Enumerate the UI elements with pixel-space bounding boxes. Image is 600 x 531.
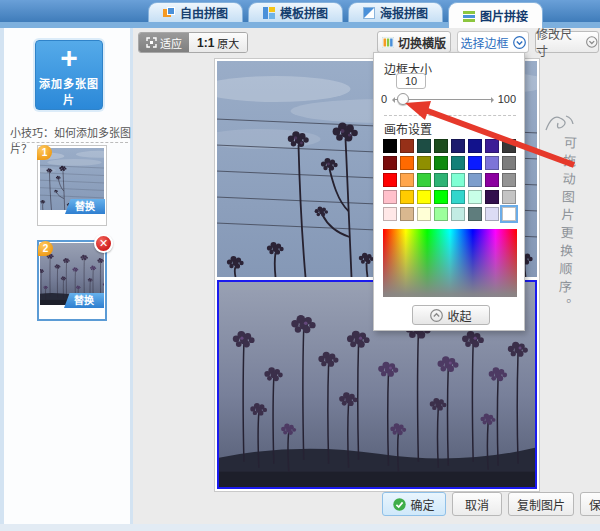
chevron-down-circle-icon (513, 36, 526, 49)
tab-image-stitch[interactable]: 图片拼接 (448, 2, 543, 28)
resize-label: 修改尺寸 (536, 25, 582, 59)
color-swatch[interactable] (468, 207, 482, 221)
color-swatch[interactable] (400, 190, 414, 204)
color-swatch[interactable] (451, 190, 465, 204)
color-swatch[interactable] (434, 156, 448, 170)
color-swatch[interactable] (485, 139, 499, 153)
color-swatch[interactable] (502, 190, 516, 204)
color-swatch[interactable] (485, 173, 499, 187)
color-swatch[interactable] (468, 173, 482, 187)
check-icon (393, 498, 406, 511)
fit-label: 适应 (160, 35, 182, 51)
bottom-strip (0, 524, 600, 531)
tab-free-collage[interactable]: 自由拼图 (148, 2, 243, 22)
color-swatch[interactable] (434, 190, 448, 204)
thumbnail-item-2[interactable]: 2 ✕ 替换 (37, 240, 107, 321)
color-swatch[interactable] (451, 139, 465, 153)
panel-divider (384, 115, 516, 116)
color-swatch[interactable] (417, 207, 431, 221)
color-swatch[interactable] (400, 139, 414, 153)
color-swatch[interactable] (485, 207, 499, 221)
zoom-mode-group: 适应 1:1 原大 (138, 32, 248, 53)
color-swatch[interactable] (383, 173, 397, 187)
copy-image-button[interactable]: 复制图片 (508, 492, 574, 516)
color-swatch[interactable] (434, 173, 448, 187)
switch-layout-label: 切换横版 (398, 34, 446, 51)
collapse-button[interactable]: 收起 (412, 305, 490, 325)
switch-layout-button[interactable]: 切换横版 (377, 31, 451, 53)
order-badge: 1 (37, 145, 52, 160)
color-swatch[interactable] (468, 139, 482, 153)
poster-collage-icon (363, 7, 375, 19)
template-collage-icon (263, 7, 275, 19)
tab-template-collage[interactable]: 模板拼图 (248, 2, 343, 22)
color-swatch[interactable] (485, 156, 499, 170)
plus-icon: + (36, 41, 102, 75)
cancel-button[interactable]: 取消 (452, 492, 502, 516)
border-size-value[interactable]: 10 (396, 73, 426, 89)
color-swatch[interactable] (502, 156, 516, 170)
actual-label: 原大 (217, 35, 239, 51)
color-swatch[interactable] (417, 173, 431, 187)
select-border-label: 选择边框 (460, 34, 508, 51)
tab-label: 自由拼图 (180, 4, 228, 21)
color-swatch[interactable] (451, 156, 465, 170)
handwritten-squiggle (542, 110, 576, 136)
replace-button[interactable]: 替换 (65, 199, 105, 214)
handwritten-note: 可拖动图片更换顺序。 (554, 136, 579, 317)
color-swatch[interactable] (400, 156, 414, 170)
color-swatch[interactable] (417, 190, 431, 204)
color-gradient-picker[interactable] (383, 229, 517, 297)
chevron-up-circle-icon (430, 309, 443, 322)
tab-label: 海报拼图 (380, 4, 428, 21)
image-stitch-icon (463, 10, 475, 22)
app-window: ✿ 拼图 自由拼图 模板拼图 海报拼图 (0, 0, 600, 531)
fit-view-button[interactable]: 适应 (139, 33, 189, 52)
color-swatch[interactable] (451, 207, 465, 221)
border-settings-panel: 边框大小 10 0 100 画布设置 收起 (373, 52, 525, 331)
add-images-button[interactable]: + 添加多张图片 (35, 40, 103, 110)
color-swatch[interactable] (417, 139, 431, 153)
resize-button[interactable]: 修改尺寸 (535, 31, 599, 53)
save-share-label: 保存与分享 (589, 496, 600, 513)
replace-button[interactable]: 替换 (64, 293, 104, 308)
color-swatch[interactable] (468, 156, 482, 170)
tab-poster-collage[interactable]: 海报拼图 (348, 2, 443, 22)
canvas-settings-label: 画布设置 (384, 120, 432, 137)
collapse-label: 收起 (447, 307, 471, 324)
main-area: 适应 1:1 原大 切换横版 选择边框 修改尺寸 (140, 28, 600, 524)
color-swatch[interactable] (383, 207, 397, 221)
color-swatch[interactable] (383, 139, 397, 153)
layout-grid-icon (382, 37, 394, 48)
free-collage-icon (163, 7, 175, 19)
sidebar-divider (12, 142, 128, 143)
color-swatch[interactable] (434, 139, 448, 153)
save-share-button[interactable]: 保存与分享 (580, 492, 600, 516)
ok-button[interactable]: 确定 (382, 492, 446, 516)
color-swatch[interactable] (502, 139, 516, 153)
remove-image-icon[interactable]: ✕ (94, 234, 113, 253)
color-swatch[interactable] (502, 173, 516, 187)
slider-track[interactable] (393, 99, 493, 100)
color-swatch[interactable] (400, 173, 414, 187)
color-swatch[interactable] (451, 173, 465, 187)
color-swatch[interactable] (502, 207, 516, 221)
slider-max-label: 100 (498, 93, 516, 105)
fit-screen-icon (146, 37, 157, 48)
color-swatch[interactable] (383, 190, 397, 204)
color-swatch[interactable] (485, 190, 499, 204)
select-border-button[interactable]: 选择边框 (457, 31, 529, 53)
thumbnail-item-1[interactable]: 1 替换 (37, 145, 107, 226)
tab-label: 图片拼接 (480, 7, 528, 24)
color-swatch[interactable] (434, 207, 448, 221)
actual-ratio: 1:1 (197, 36, 214, 50)
color-swatch[interactable] (400, 207, 414, 221)
slider-handle[interactable] (397, 93, 409, 105)
color-swatch[interactable] (417, 156, 431, 170)
order-badge: 2 (38, 241, 53, 256)
sidebar: + 添加多张图片 小技巧：如何添加多张图片？ 1 替换 2 ✕ 替换 (0, 28, 133, 524)
color-swatch[interactable] (468, 190, 482, 204)
actual-size-button[interactable]: 1:1 原大 (189, 33, 247, 52)
ok-label: 确定 (410, 496, 434, 513)
color-swatch[interactable] (383, 156, 397, 170)
